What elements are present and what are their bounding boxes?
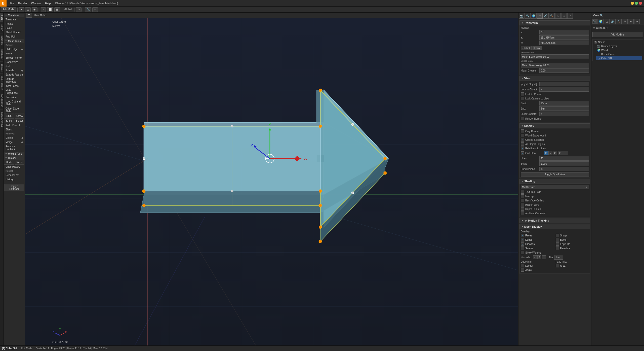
- tab-constraints[interactable]: 🔗: [543, 13, 549, 19]
- tree-world[interactable]: 🌍 World: [596, 48, 642, 52]
- outliner-tab-scene[interactable]: 📷: [592, 19, 597, 24]
- local-btn[interactable]: Local: [533, 46, 542, 50]
- tool-shrink-flatten[interactable]: Shrink/Flatten: [4, 30, 24, 34]
- scale-value[interactable]: 1.000: [539, 161, 589, 166]
- lens-value[interactable]: [539, 82, 589, 86]
- tab-modifiers[interactable]: 🔨: [549, 13, 555, 19]
- tool-spin[interactable]: Spin: [4, 114, 14, 118]
- sharp-checkbox[interactable]: [556, 234, 559, 237]
- tool-history[interactable]: History...: [4, 177, 24, 182]
- transform-props-header[interactable]: Transform: [519, 20, 590, 25]
- menu-window[interactable]: Window: [29, 0, 43, 6]
- tool-rotate[interactable]: Rotate: [4, 22, 24, 26]
- tool-knife[interactable]: Knife: [4, 118, 14, 123]
- tab-scene[interactable]: 🔧: [525, 13, 531, 19]
- tab-data[interactable]: ▽: [555, 13, 561, 19]
- edge-select[interactable]: ⬜: [47, 7, 53, 12]
- tool-extrude-individual[interactable]: Extrude Individual: [4, 77, 24, 84]
- mesh-display-header[interactable]: Mesh Display: [519, 224, 590, 229]
- history-section-header[interactable]: History: [4, 156, 24, 160]
- world-background-checkbox[interactable]: [521, 134, 524, 137]
- minimize-button[interactable]: [631, 2, 634, 5]
- matcap-checkbox[interactable]: [521, 194, 524, 198]
- tree-scene[interactable]: 🎬 Scene: [593, 40, 642, 44]
- tool-undo-history[interactable]: Undo History: [4, 165, 24, 169]
- tree-renderlayers[interactable]: 📷 RenderLayers: [596, 44, 642, 48]
- angle-checkbox[interactable]: [521, 268, 524, 272]
- vtab-relations[interactable]: Relations: [0, 33, 3, 47]
- normals-vertex-btn[interactable]: v: [533, 255, 537, 259]
- tool-redo[interactable]: Redo: [15, 160, 25, 165]
- seams-checkbox[interactable]: [521, 247, 524, 250]
- vertex-select[interactable]: ⬝: [41, 7, 46, 12]
- tool-extrude[interactable]: Extrude ◀: [4, 68, 24, 73]
- tool-scale[interactable]: Scale: [4, 26, 24, 30]
- shading-props-header[interactable]: Shading: [519, 179, 590, 184]
- tab-world[interactable]: 🌍: [531, 13, 537, 19]
- area-checkbox[interactable]: [556, 264, 559, 267]
- all-origins-checkbox[interactable]: [521, 142, 524, 146]
- menu-file[interactable]: File: [8, 0, 16, 6]
- face-select[interactable]: ▦: [54, 7, 60, 12]
- clip-start-value[interactable]: 10cm: [539, 101, 589, 106]
- ambient-occlusion-checkbox[interactable]: [521, 212, 524, 215]
- depth-of-field-checkbox[interactable]: [521, 207, 524, 211]
- viewport-menu-btn[interactable]: ☰: [26, 13, 32, 18]
- grid-x-btn[interactable]: X: [544, 151, 548, 155]
- tree-cube001[interactable]: ◻ Cube.001: [596, 56, 642, 60]
- tool-smooth-vertex[interactable]: Smooth Vertex: [4, 56, 24, 60]
- creases-checkbox[interactable]: [521, 242, 524, 246]
- tool-extrude-region[interactable]: Extrude Region: [4, 73, 24, 77]
- lock-camera-checkbox[interactable]: [521, 97, 524, 100]
- outliner-tab-object[interactable]: 🔗: [610, 19, 616, 24]
- mean-bevel-weight[interactable]: Mean Bevel Weight:0.00: [521, 54, 589, 59]
- global-btn[interactable]: Global: [521, 46, 532, 50]
- grid-subdivisions[interactable]: 2: [558, 151, 568, 155]
- viewport-shading-solid[interactable]: ●: [19, 7, 24, 12]
- show-weights-checkbox[interactable]: [521, 251, 524, 254]
- outline-selected-checkbox[interactable]: [521, 138, 524, 142]
- normals-loop-btn[interactable]: l: [542, 255, 546, 259]
- tool-randomize[interactable]: Randomize: [4, 60, 24, 64]
- tool-inset-faces[interactable]: Inset Faces: [4, 84, 24, 88]
- lock-cursor-checkbox[interactable]: [521, 92, 524, 96]
- face-ma-checkbox[interactable]: [556, 247, 559, 250]
- motion-tracking-header[interactable]: ▶ Motion Tracking: [519, 218, 590, 223]
- tool-push-pull[interactable]: PushPull: [4, 34, 24, 39]
- normals-face-btn[interactable]: f: [537, 255, 541, 259]
- view-props-header[interactable]: View: [519, 76, 590, 81]
- vtab-animation[interactable]: Animation: [0, 47, 3, 61]
- tool-screw[interactable]: Screw: [15, 114, 25, 118]
- tool-translate[interactable]: Translate: [4, 17, 24, 22]
- mirror-button[interactable]: ⇋: [92, 7, 98, 12]
- proportional-edit[interactable]: ⊙: [76, 7, 82, 12]
- tool-remove-doubles[interactable]: Remove Doubles: [4, 144, 24, 151]
- 3d-viewport[interactable]: ☰ User Ortho: [25, 13, 518, 351]
- clip-end-value[interactable]: 5km: [539, 106, 589, 111]
- tab-material[interactable]: ●: [561, 13, 567, 19]
- normals-size-value[interactable]: 1cm: [554, 255, 563, 260]
- vtab-shading-uvs[interactable]: Shading/UVs: [0, 92, 3, 110]
- textured-solid-checkbox[interactable]: [521, 190, 524, 194]
- edges-checkbox[interactable]: [521, 238, 524, 241]
- tool-noise[interactable]: Noise: [4, 51, 24, 56]
- tool-repeat-last[interactable]: Repeat Last: [4, 173, 24, 177]
- vtab-physics[interactable]: Physics: [0, 61, 3, 74]
- vtab-measurements[interactable]: Measurements: [0, 110, 3, 129]
- transform-z-value[interactable]: -98.26758µm: [539, 41, 589, 45]
- menu-help[interactable]: Help: [43, 0, 53, 6]
- outliner-tab-world[interactable]: ◻: [604, 19, 610, 24]
- tab-object[interactable]: ◻: [537, 13, 543, 19]
- tool-undo[interactable]: Undo: [4, 160, 14, 165]
- lock-object-dropdown[interactable]: [539, 87, 589, 92]
- edge-ma-checkbox[interactable]: [556, 242, 559, 246]
- mode-switcher[interactable]: Edit Mode: [1, 7, 16, 12]
- lines-value[interactable]: 40: [539, 156, 589, 161]
- display-props-header[interactable]: Display: [519, 123, 590, 128]
- hidden-wire-checkbox[interactable]: [521, 203, 524, 206]
- transform-section-header[interactable]: Transform: [4, 14, 24, 17]
- subdivisions-value[interactable]: 10: [539, 167, 589, 171]
- tool-offset-edge-slide[interactable]: Offset Edge Slide: [4, 107, 24, 114]
- maximize-button[interactable]: [635, 2, 638, 5]
- multitexture-dropdown[interactable]: Multitexture: [521, 185, 589, 189]
